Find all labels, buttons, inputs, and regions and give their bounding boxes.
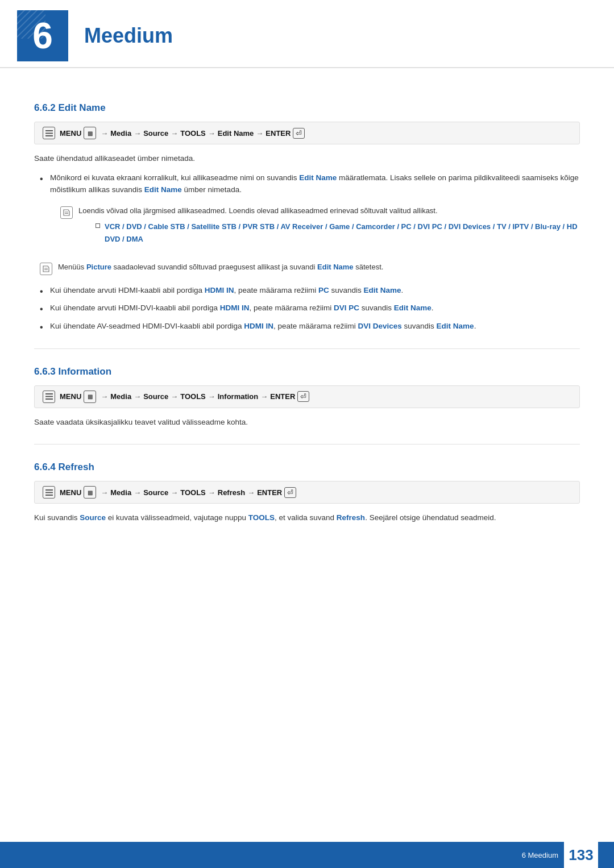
svg-rect-10 — [45, 489, 53, 491]
nav-arrow-2: → — [134, 129, 141, 138]
section-662: 6.6.2 Edit Name MENU ▩ → Media → Source … — [34, 102, 580, 333]
hl-picture: Picture — [86, 263, 111, 271]
nav-editname: Edit Name — [218, 129, 254, 138]
nav-tools-2: TOOLS — [180, 392, 206, 401]
nav-arr-4b: → — [208, 392, 215, 401]
chapter-title: Meedium — [84, 24, 173, 48]
section-662-heading: 6.6.2 Edit Name — [34, 102, 580, 114]
nav-arrow-3: → — [171, 129, 178, 138]
section-664-body: Kui suvandis Source ei kuvata välisseadm… — [34, 512, 580, 524]
section-662-bullet-list-2: Kui ühendate arvuti HDMI-kaabli abil por… — [34, 284, 580, 333]
nav-grid-icon-2: ▩ — [84, 391, 96, 403]
hl-dvipc: DVI PC — [334, 304, 359, 312]
sub-bullet-text-1: VCR / DVD / Cable STB / Satellite STB / … — [105, 221, 580, 246]
hl-pc: PC — [318, 286, 329, 294]
nav-information: Information — [218, 392, 259, 401]
nav-source-2: Source — [143, 392, 168, 401]
section-662-bullet-list: Mõnikord ei kuvata ekraani korralikult, … — [34, 172, 580, 252]
nav-grid-icon-3: ▩ — [84, 486, 96, 499]
chapter-box: 6 — [17, 10, 68, 61]
note-box-1: Loendis võivad olla järgmised allikasead… — [60, 202, 580, 252]
nav-enter-3: ENTER — [257, 488, 282, 497]
nav-enter-2: ENTER — [270, 392, 295, 401]
nav-arrow-5: → — [256, 129, 263, 138]
section-663-navpath: MENU ▩ → Media → Source → TOOLS → Inform… — [34, 385, 580, 408]
nav-arrow-4: → — [208, 129, 215, 138]
nav-tools-3: TOOLS — [180, 488, 206, 497]
page-footer: 6 Meedium 133 — [0, 842, 614, 868]
section-664-navpath: MENU ▩ → Media → Source → TOOLS → Refres… — [34, 481, 580, 504]
nav-arr-2c: → — [134, 488, 141, 497]
hl-hdmi-in-2: HDMI IN — [220, 304, 250, 312]
nav-arr-3c: → — [171, 488, 178, 497]
main-content: 6.6.2 Edit Name MENU ▩ → Media → Source … — [0, 68, 614, 565]
nav-menu-icon-2 — [43, 391, 55, 403]
nav-arr-4c: → — [208, 488, 215, 497]
hl-editname-1: Edit Name — [299, 173, 337, 182]
page-header: 6 Meedium — [0, 0, 614, 68]
hl-editname-6: Edit Name — [437, 322, 474, 330]
svg-rect-0 — [45, 130, 53, 131]
note-box-2: Menüüs Picture saadaolevad suvandid sõlt… — [40, 258, 580, 279]
section-662-body: Saate ühendatud allikaseadet ümber nimet… — [34, 152, 580, 165]
nav-arr-3b: → — [171, 392, 178, 401]
section-663: 6.6.3 Information MENU ▩ → Media → Sourc… — [34, 366, 580, 429]
nav-enter-label: ENTER — [265, 129, 291, 138]
nav-media-3: Media — [110, 488, 131, 497]
sub-bullet-square — [96, 223, 100, 228]
hl-dvi-devices: DVI Devices — [358, 322, 402, 330]
section-663-body: Saate vaadata üksikasjalikku teavet vali… — [34, 416, 580, 429]
hl-editname-3: Edit Name — [317, 263, 354, 271]
note-content-2: Menüüs Picture saadaolevad suvandid sõlt… — [58, 261, 383, 273]
section-664-heading: 6.6.4 Refresh — [34, 462, 580, 473]
hl-source: Source — [80, 513, 106, 522]
nav-tools-1: TOOLS — [180, 129, 206, 138]
nav-arr-5b: → — [260, 392, 268, 401]
bullet-item-1: Mõnikord ei kuvata ekraani korralikult, … — [40, 172, 580, 252]
nav-arr-1c: → — [101, 488, 108, 497]
section-664: 6.6.4 Refresh MENU ▩ → Media → Source → … — [34, 462, 580, 524]
svg-rect-11 — [45, 492, 53, 493]
section-662-navpath: MENU ▩ → Media → Source → TOOLS → Edit N… — [34, 122, 580, 144]
nav-menu-3: MENU — [60, 488, 81, 497]
nav-arr-2b: → — [134, 392, 141, 401]
hl-tools: TOOLS — [248, 513, 275, 522]
chapter-number: 6 — [32, 18, 53, 54]
bullet-1-text: Mõnikord ei kuvata ekraani korralikult, … — [50, 173, 579, 194]
hl-hdmi-in-1: HDMI IN — [205, 286, 234, 294]
svg-rect-12 — [45, 495, 53, 496]
nav-grid-icon: ▩ — [84, 127, 96, 139]
nav-menu-2: MENU — [60, 392, 81, 401]
svg-rect-7 — [45, 393, 53, 394]
hl-editname-2: Edit Name — [144, 185, 182, 194]
nav-arrow-1: → — [101, 129, 108, 138]
bullet-item-3: Kui ühendate arvuti HDMI-DVI-kaabli abil… — [40, 302, 580, 314]
svg-rect-9 — [45, 398, 53, 400]
note-content-1: Loendis võivad olla järgmised allikasead… — [78, 205, 580, 249]
svg-rect-2 — [45, 135, 53, 136]
nav-refresh: Refresh — [218, 488, 245, 497]
enter-icon-2: ⏎ — [297, 391, 309, 402]
divider-2 — [34, 444, 580, 445]
nav-source-3: Source — [143, 488, 168, 497]
nav-menu-icon-3 — [43, 486, 55, 499]
note-icon-1 — [60, 206, 73, 219]
nav-arr-1b: → — [101, 392, 108, 401]
nav-menu-label: MENU — [60, 129, 81, 138]
bullet-item-4: Kui ühendate AV-seadmed HDMI-DVI-kaabli … — [40, 320, 580, 333]
divider-1 — [34, 348, 580, 349]
nav-media-2: Media — [110, 392, 131, 401]
nav-media: Media — [110, 129, 131, 138]
enter-icon-1: ⏎ — [293, 128, 305, 139]
enter-icon-3: ⏎ — [284, 487, 296, 498]
footer-label: 6 Meedium — [522, 851, 558, 859]
sub-bullet-1: VCR / DVD / Cable STB / Satellite STB / … — [96, 221, 580, 246]
hl-editname-5: Edit Name — [394, 304, 432, 312]
nav-arr-5c: → — [247, 488, 255, 497]
section-663-heading: 6.6.3 Information — [34, 366, 580, 377]
nav-source-1: Source — [143, 129, 168, 138]
svg-rect-8 — [45, 396, 53, 397]
note-icon-2 — [40, 263, 52, 275]
hl-refresh: Refresh — [337, 513, 365, 522]
bullet-item-2: Kui ühendate arvuti HDMI-kaabli abil por… — [40, 284, 580, 297]
